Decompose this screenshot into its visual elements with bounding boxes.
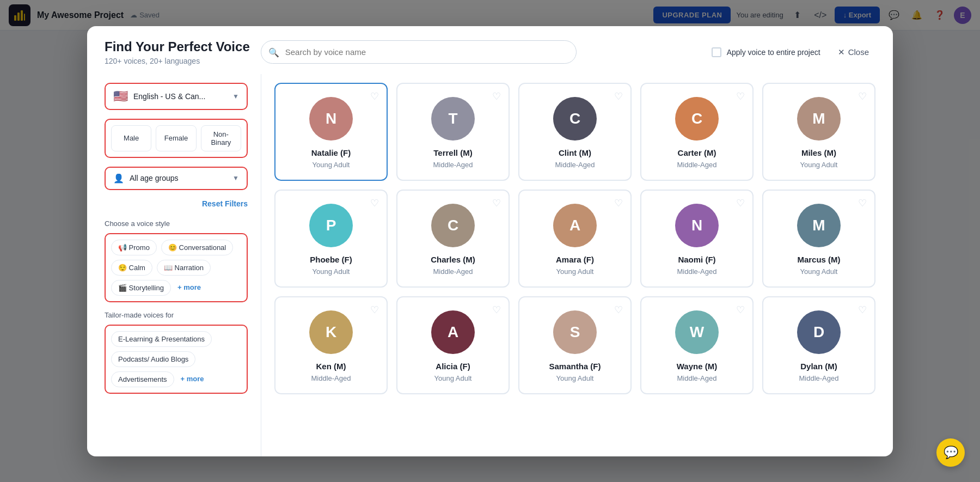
voice-avatar: M — [797, 204, 841, 247]
voice-card[interactable]: NNaomi (F)Middle-Aged♡ — [640, 190, 754, 288]
tailor-ads-button[interactable]: Advertisements — [111, 371, 174, 387]
favorite-button[interactable]: ♡ — [614, 305, 623, 315]
gender-female-button[interactable]: Female — [156, 125, 196, 151]
style-narration-button[interactable]: 📖 Narration — [157, 260, 211, 276]
voice-card[interactable]: PPhoebe (F)Young Adult♡ — [274, 190, 388, 288]
gender-male-button[interactable]: Male — [111, 125, 151, 151]
voice-avatar: S — [553, 310, 597, 354]
voice-card[interactable]: CCharles (M)Middle-Aged♡ — [396, 190, 510, 288]
search-icon: 🔍 — [268, 47, 279, 57]
search-bar: 🔍 — [261, 40, 577, 64]
apply-voice-checkbox[interactable] — [712, 47, 721, 57]
favorite-button[interactable]: ♡ — [858, 305, 867, 315]
voice-name: Naomi (F) — [678, 255, 715, 264]
voice-avatar: A — [431, 310, 475, 354]
voice-name: Dylan (M) — [800, 362, 837, 371]
voice-card[interactable]: AAlicia (F)Young Adult♡ — [396, 296, 510, 394]
voice-card[interactable]: CClint (M)Middle-Aged♡ — [518, 83, 632, 181]
voice-card[interactable]: TTerrell (M)Middle-Aged♡ — [396, 83, 510, 181]
voice-name: Samantha (F) — [549, 362, 601, 371]
style-calm-button[interactable]: 😌 Calm — [111, 260, 152, 276]
voice-card[interactable]: SSamantha (F)Young Adult♡ — [518, 296, 632, 394]
favorite-button[interactable]: ♡ — [736, 198, 745, 208]
favorite-button[interactable]: ♡ — [858, 198, 867, 208]
voice-name: Carter (M) — [678, 148, 716, 157]
voice-name: Amara (F) — [556, 255, 594, 264]
chat-bubble-button[interactable]: 💬 — [936, 438, 965, 467]
reset-filters-wrap: Reset Filters — [105, 199, 248, 209]
voice-avatar: W — [675, 310, 719, 354]
tailor-label: Tailor-made voices for — [105, 311, 248, 319]
voice-age: Middle-Aged — [311, 374, 351, 382]
voice-age: Young Adult — [556, 374, 594, 382]
close-button[interactable]: ✕ Close — [831, 43, 875, 62]
favorite-button[interactable]: ♡ — [614, 198, 623, 208]
voice-name: Charles (M) — [431, 255, 475, 264]
voice-name: Alicia (F) — [436, 362, 470, 371]
favorite-button[interactable]: ♡ — [370, 91, 379, 101]
favorite-button[interactable]: ♡ — [370, 305, 379, 315]
language-chevron-icon: ▼ — [232, 93, 239, 100]
voice-card[interactable]: KKen (M)Middle-Aged♡ — [274, 296, 388, 394]
style-conversational-button[interactable]: 😊 Conversational — [161, 240, 233, 255]
modal-title: Find Your Perfect Voice — [105, 39, 250, 54]
modal-header: Find Your Perfect Voice 120+ voices, 20+… — [87, 26, 893, 74]
language-selector[interactable]: 🇺🇸 English - US & Can... ▼ — [105, 83, 248, 110]
voice-avatar: K — [309, 310, 353, 354]
language-flag: 🇺🇸 — [113, 89, 128, 103]
voice-card[interactable]: MMiles (M)Young Adult♡ — [762, 83, 875, 181]
voice-card[interactable]: NNatalie (F)Young Adult♡ — [274, 83, 388, 181]
voice-age: Middle-Aged — [433, 161, 473, 169]
favorite-button[interactable]: ♡ — [736, 305, 745, 315]
voice-name: Wayne (M) — [677, 362, 717, 371]
voice-age: Middle-Aged — [677, 161, 717, 169]
voice-age: Young Adult — [313, 267, 350, 276]
voice-card[interactable]: MMarcus (M)Young Adult♡ — [762, 190, 875, 288]
favorite-button[interactable]: ♡ — [614, 91, 623, 101]
voice-age: Young Adult — [313, 161, 350, 169]
voice-age: Middle-Aged — [433, 267, 473, 276]
language-name: English - US & Can... — [133, 92, 227, 101]
modal-title-block: Find Your Perfect Voice 120+ voices, 20+… — [105, 39, 250, 65]
voice-card[interactable]: DDylan (M)Middle-Aged♡ — [762, 296, 875, 394]
favorite-button[interactable]: ♡ — [492, 198, 501, 208]
gender-nonbinary-button[interactable]: Non-Binary — [201, 125, 241, 151]
tailor-more-link[interactable]: + more — [179, 371, 206, 387]
favorite-button[interactable]: ♡ — [858, 91, 867, 101]
voice-grid-area: NNatalie (F)Young Adult♡TTerrell (M)Midd… — [261, 74, 893, 456]
voice-avatar: P — [309, 204, 353, 247]
age-group-name: All age groups — [130, 174, 227, 182]
voice-avatar: D — [797, 310, 841, 354]
style-promo-button[interactable]: 📢 Promo — [111, 240, 157, 255]
filter-sidebar: 🇺🇸 English - US & Can... ▼ Male Female N… — [87, 74, 261, 456]
voice-avatar: N — [675, 204, 719, 247]
reset-filters-link[interactable]: Reset Filters — [202, 199, 248, 208]
favorite-button[interactable]: ♡ — [492, 91, 501, 101]
voice-modal: Find Your Perfect Voice 120+ voices, 20+… — [87, 26, 893, 456]
voice-name: Terrell (M) — [433, 148, 472, 157]
age-chevron-icon: ▼ — [232, 174, 239, 182]
voice-name: Phoebe (F) — [310, 255, 352, 264]
voice-avatar: M — [797, 97, 841, 141]
modal-body: 🇺🇸 English - US & Can... ▼ Male Female N… — [87, 74, 893, 456]
voice-age: Middle-Aged — [799, 374, 839, 382]
age-group-icon: 👤 — [113, 173, 124, 184]
voice-avatar: N — [309, 97, 353, 141]
style-more-link[interactable]: + more — [175, 280, 203, 296]
search-input[interactable] — [261, 40, 577, 64]
voice-age: Young Adult — [800, 267, 838, 276]
voice-card[interactable]: CCarter (M)Middle-Aged♡ — [640, 83, 754, 181]
tailor-podcasts-button[interactable]: Podcasts/ Audio Blogs — [111, 351, 195, 367]
favorite-button[interactable]: ♡ — [736, 91, 745, 101]
gender-filter-group: Male Female Non-Binary — [105, 119, 248, 158]
voice-avatar: C — [675, 97, 719, 141]
style-storytelling-button[interactable]: 🎬 Storytelling — [111, 280, 171, 296]
voice-name: Marcus (M) — [797, 255, 840, 264]
voice-card[interactable]: WWayne (M)Middle-Aged♡ — [640, 296, 754, 394]
voice-card[interactable]: AAmara (F)Young Adult♡ — [518, 190, 632, 288]
tailor-elearning-button[interactable]: E-Learning & Presentations — [111, 331, 212, 347]
favorite-button[interactable]: ♡ — [370, 198, 379, 208]
close-x-icon: ✕ — [838, 47, 845, 57]
favorite-button[interactable]: ♡ — [492, 305, 501, 315]
age-group-selector[interactable]: 👤 All age groups ▼ — [105, 167, 248, 190]
